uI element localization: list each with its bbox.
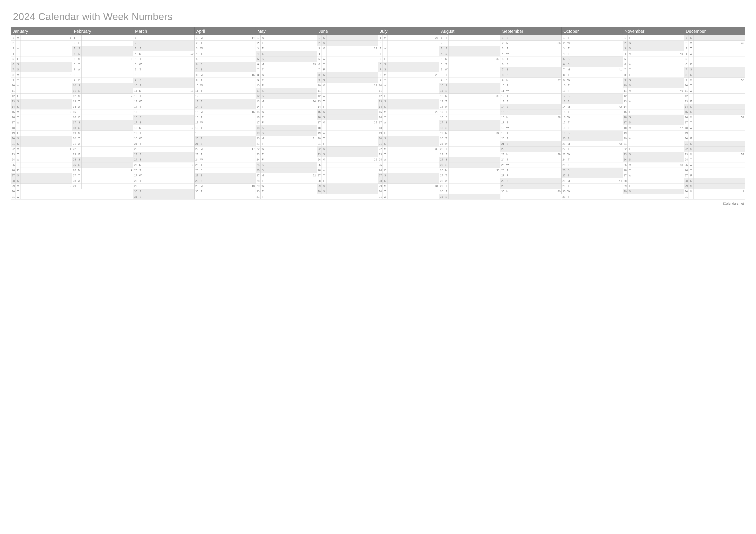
day-row: 10S	[623, 83, 684, 88]
day-number: 20	[317, 136, 322, 141]
day-of-week: W	[383, 157, 388, 163]
day-of-week: S	[383, 67, 388, 72]
day-of-week: T	[260, 104, 265, 110]
day-of-week: W	[77, 141, 82, 146]
day-number: 11	[500, 88, 505, 93]
day-of-week: M	[383, 110, 388, 114]
day-of-week: S	[444, 46, 449, 51]
week-number	[632, 110, 684, 114]
day-of-week: W	[444, 141, 449, 146]
day-of-week: F	[138, 35, 143, 40]
day-number: 26	[500, 168, 505, 173]
week-number: 46	[632, 88, 684, 93]
day-of-week: S	[138, 157, 143, 163]
day-number: 10	[11, 83, 16, 88]
week-number: 35	[449, 168, 500, 173]
day-row: 20F	[500, 136, 562, 141]
day-of-week: T	[322, 62, 327, 67]
day-row: 3T	[562, 46, 623, 51]
week-number	[20, 115, 72, 120]
day-row: 31T	[562, 194, 623, 200]
day-of-week: T	[444, 146, 449, 152]
day-number: 10	[684, 83, 689, 88]
week-number	[449, 104, 500, 110]
day-row: 27S	[562, 173, 623, 178]
day-of-week: S	[260, 57, 265, 62]
day-number: 29	[500, 184, 505, 189]
day-number: 27	[256, 173, 260, 178]
day-number: 12	[500, 94, 505, 99]
week-number	[20, 99, 72, 104]
week-number	[388, 51, 439, 57]
day-number: 1	[256, 35, 260, 40]
week-number	[82, 115, 133, 120]
day-of-week: S	[505, 184, 510, 189]
day-number: 8	[317, 72, 322, 78]
day-of-week: S	[505, 67, 510, 72]
week-number: 40	[510, 189, 561, 194]
day-of-week: T	[138, 104, 143, 110]
day-of-week: S	[16, 141, 20, 146]
day-of-week: S	[566, 57, 571, 62]
day-row: 22T	[562, 146, 623, 152]
day-number: 24	[439, 157, 444, 163]
week-number	[388, 189, 439, 194]
week-number	[327, 141, 378, 146]
week-number	[20, 168, 72, 173]
day-of-week: S	[566, 173, 571, 178]
day-of-week: S	[77, 120, 82, 125]
day-number: 5	[623, 57, 628, 62]
day-of-week: T	[628, 104, 632, 110]
month-column: December1S2M493T4W5T6F7S8S9M5010T11W12T1…	[684, 27, 745, 199]
day-of-week: T	[689, 57, 693, 62]
week-number	[388, 46, 439, 51]
week-number: 31	[388, 184, 439, 189]
day-of-week: T	[689, 83, 693, 88]
day-number: 21	[72, 141, 77, 146]
month-column: August1T2F3S4S5M326T7W8T9F10S11S12M3313T…	[439, 27, 500, 199]
day-of-week: S	[77, 83, 82, 88]
day-row: 6S	[562, 62, 623, 67]
day-row: 1F	[623, 35, 684, 41]
day-of-week: T	[138, 178, 143, 184]
day-row: 21W	[72, 141, 133, 147]
week-number	[327, 62, 378, 67]
day-of-week: T	[260, 41, 265, 46]
day-row: 3T	[500, 46, 562, 51]
day-row: 4S	[256, 51, 317, 57]
week-number	[327, 131, 378, 136]
day-of-week: W	[77, 67, 82, 72]
day-row: 19T	[623, 131, 684, 136]
day-number: 3	[195, 46, 199, 51]
day-row: 2T	[11, 41, 72, 46]
week-number	[449, 41, 500, 46]
day-row: 1M1	[11, 35, 72, 41]
day-row	[500, 194, 562, 200]
day-number: 24	[256, 157, 260, 163]
day-row: 21F	[317, 141, 378, 147]
day-number: 22	[11, 146, 16, 152]
day-number: 22	[378, 146, 383, 152]
day-number: 9	[11, 78, 16, 83]
day-number: 30	[562, 189, 566, 194]
day-number: 17	[72, 120, 77, 125]
day-row: 13S	[562, 99, 623, 104]
week-number	[143, 94, 194, 99]
day-of-week: T	[322, 136, 327, 141]
day-number: 15	[256, 110, 260, 114]
day-row	[623, 194, 684, 200]
day-of-week: T	[689, 120, 693, 125]
day-of-week: S	[260, 51, 265, 57]
day-of-week: F	[77, 115, 82, 120]
day-row: 7T	[623, 67, 684, 73]
day-of-week: T	[260, 152, 265, 157]
day-of-week: T	[628, 141, 632, 146]
week-number	[571, 110, 623, 114]
day-row: 23S	[317, 152, 378, 157]
day-number: 2	[11, 41, 16, 46]
week-number	[82, 146, 133, 152]
week-number	[143, 35, 194, 40]
day-of-week: W	[260, 35, 265, 40]
day-row: 18T	[195, 125, 256, 131]
day-row: 21S	[378, 141, 439, 147]
